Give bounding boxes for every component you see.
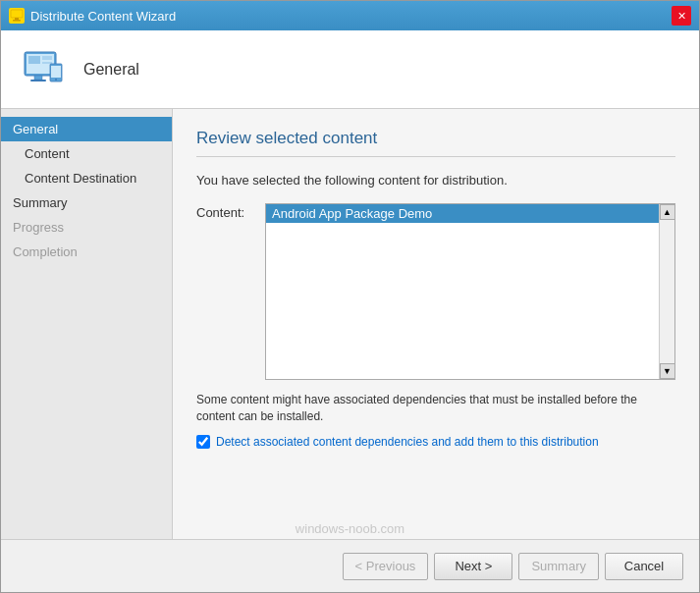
main-window: Distribute Content Wizard ✕	[0, 0, 700, 593]
header-title: General	[83, 61, 139, 79]
svg-rect-11	[51, 66, 61, 78]
scroll-track	[661, 220, 674, 363]
detect-dependencies-label[interactable]: Detect associated content dependencies a…	[216, 435, 599, 449]
footer: < Previous Next > Summary Cancel	[1, 539, 699, 592]
title-bar-controls: ✕	[672, 6, 691, 26]
sidebar-item-summary[interactable]: Summary	[1, 190, 172, 215]
sidebar-item-progress: Progress	[1, 215, 172, 240]
svg-rect-5	[28, 56, 40, 64]
scroll-down-arrow[interactable]: ▼	[660, 363, 675, 379]
svg-rect-8	[34, 76, 42, 80]
title-bar: Distribute Content Wizard ✕	[1, 1, 699, 30]
listbox-item: Android App Package Demo	[266, 204, 674, 223]
main-panel: Review selected content You have selecte…	[173, 109, 699, 539]
title-bar-left: Distribute Content Wizard	[9, 8, 176, 24]
note-text: Some content might have associated depen…	[196, 392, 675, 425]
close-button[interactable]: ✕	[672, 6, 691, 26]
svg-rect-2	[13, 20, 21, 22]
svg-point-12	[55, 79, 57, 81]
previous-button[interactable]: < Previous	[343, 553, 429, 580]
field-label: Content:	[196, 203, 265, 220]
svg-rect-1	[15, 18, 19, 20]
sidebar-item-general[interactable]: General	[1, 117, 172, 141]
next-button[interactable]: Next >	[434, 553, 512, 580]
checkbox-row: Detect associated content dependencies a…	[196, 435, 675, 449]
svg-rect-6	[42, 56, 52, 60]
content-area: General Content Content Destination Summ…	[1, 109, 699, 539]
section-title: Review selected content	[196, 129, 675, 157]
svg-rect-9	[30, 80, 46, 81]
app-icon	[9, 8, 25, 24]
cancel-button[interactable]: Cancel	[605, 553, 683, 580]
header-icon	[21, 46, 68, 93]
sidebar-item-content-destination[interactable]: Content Destination	[1, 166, 172, 190]
window-title: Distribute Content Wizard	[30, 9, 176, 24]
scroll-up-arrow[interactable]: ▲	[660, 204, 675, 220]
sidebar-item-content[interactable]: Content	[1, 141, 172, 166]
listbox-scrollbar: ▲ ▼	[659, 204, 674, 379]
sidebar: General Content Content Destination Summ…	[1, 109, 173, 539]
detect-dependencies-checkbox[interactable]	[196, 435, 210, 449]
svg-rect-0	[11, 10, 23, 18]
header-area: General	[1, 30, 699, 109]
sidebar-item-completion: Completion	[1, 240, 172, 264]
description-text: You have selected the following content …	[196, 173, 675, 188]
content-listbox[interactable]: Android App Package Demo ▲ ▼	[265, 203, 675, 380]
summary-button[interactable]: Summary	[518, 553, 599, 580]
content-field-row: Content: Android App Package Demo ▲ ▼	[196, 203, 675, 380]
